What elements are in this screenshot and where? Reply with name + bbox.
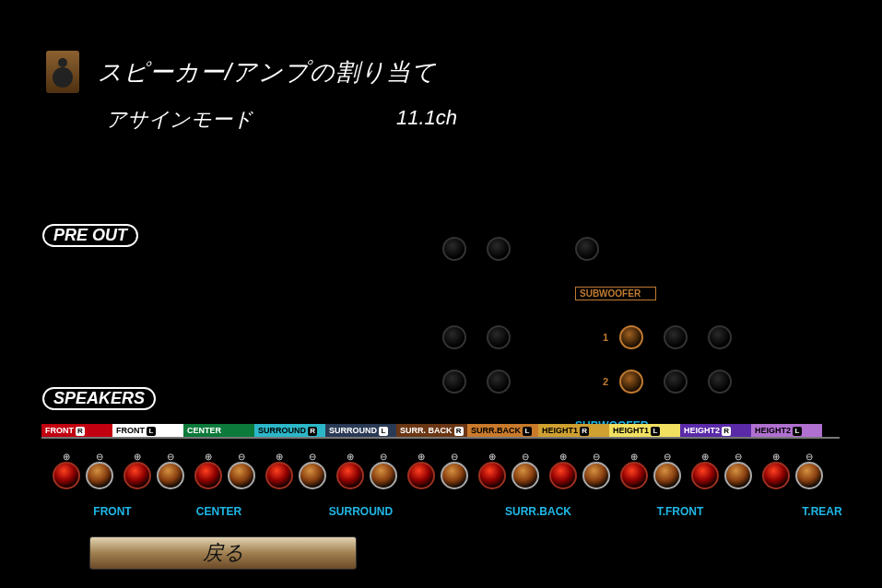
- lr-badge: R: [308, 427, 317, 436]
- binding-post: ⊖: [226, 452, 257, 489]
- binding-post: ⊕: [335, 452, 366, 489]
- rca-jack: [664, 370, 688, 394]
- speaker-tag: SURROUNDR: [254, 424, 325, 438]
- rca-jack: [442, 325, 466, 349]
- rca-jack: [575, 237, 599, 261]
- speaker-group-label: SURR.BACK: [467, 505, 609, 518]
- rca-jack: [442, 370, 466, 394]
- binding-post: ⊖: [155, 452, 186, 489]
- speaker-tag: SURROUNDL: [325, 424, 396, 438]
- speaker-icon: [46, 51, 79, 93]
- rca-jack: [487, 237, 511, 261]
- binding-terminal: [299, 462, 326, 489]
- title-row: スピーカー/アンプの割り当て: [46, 51, 437, 93]
- polarity-icon: ⊕: [630, 452, 638, 462]
- binding-terminal: [441, 462, 468, 489]
- speaker-tag: HEIGHT1L: [609, 424, 680, 438]
- speaker-tag: SURR. BACKR: [396, 424, 467, 438]
- rca-jack: [442, 237, 466, 261]
- page-title: スピーカー/アンプの割り当て: [98, 56, 437, 88]
- speaker-tag: HEIGHT1R: [538, 424, 609, 438]
- binding-post: ⊕: [618, 452, 650, 489]
- polarity-icon: ⊖: [451, 452, 458, 462]
- binding-terminal: [194, 462, 222, 489]
- speaker-tag: FRONTL: [112, 424, 183, 438]
- binding-posts-row: ⊕⊖⊕⊖⊕⊖⊕⊖⊕⊖⊕⊖⊕⊖⊕⊖⊕⊖⊕⊖⊕⊖: [51, 452, 829, 489]
- speaker-tag: CENTER: [183, 424, 254, 438]
- binding-terminal: [795, 462, 823, 489]
- binding-post: ⊕: [547, 452, 579, 489]
- binding-post: ⊕: [193, 452, 224, 489]
- polarity-icon: ⊖: [167, 452, 174, 462]
- rca-jack: [487, 370, 511, 394]
- post-pair: ⊕⊖: [122, 452, 190, 489]
- rca-jack: [664, 325, 688, 349]
- speaker-tags-row: FRONTRFRONTLCENTERSURROUNDRSURROUNDLSURR…: [41, 424, 822, 438]
- post-pair: ⊕⊖: [689, 452, 758, 489]
- polarity-icon: ⊖: [593, 452, 600, 462]
- subwoofer-box: SUBWOOFER: [575, 287, 656, 300]
- polarity-icon: ⊖: [96, 452, 103, 462]
- sw1-num: 1: [575, 332, 612, 343]
- binding-post: ⊖: [368, 452, 399, 489]
- binding-post: ⊖: [723, 452, 754, 489]
- speaker-group-label: SURROUND: [254, 505, 467, 518]
- back-button[interactable]: 戻る: [89, 536, 357, 570]
- lr-badge: R: [580, 427, 589, 436]
- post-pair: ⊕⊖: [760, 452, 829, 489]
- speaker-group-label: CENTER: [183, 505, 254, 518]
- binding-terminal: [407, 462, 435, 489]
- polarity-icon: ⊖: [238, 452, 245, 462]
- polarity-icon: ⊕: [205, 452, 212, 462]
- subwoofer2-jack: [619, 370, 643, 394]
- speaker-group-label: FRONT: [41, 505, 183, 518]
- polarity-icon: ⊕: [276, 452, 283, 462]
- binding-terminal: [265, 462, 293, 489]
- assign-mode-value: 11.1ch: [396, 106, 457, 134]
- lr-badge: R: [722, 427, 731, 436]
- binding-post: ⊖: [439, 452, 470, 489]
- polarity-icon: ⊕: [559, 452, 567, 462]
- preout-label: PRE OUT: [42, 224, 138, 247]
- speaker-tag: HEIGHT2R: [680, 424, 751, 438]
- binding-post: ⊕: [51, 452, 82, 489]
- speakers-label: SPEAKERS: [42, 387, 156, 410]
- polarity-icon: ⊖: [664, 452, 671, 462]
- polarity-icon: ⊖: [806, 452, 813, 462]
- assign-mode-row: アサインモード 11.1ch: [106, 106, 457, 134]
- lr-badge: L: [147, 427, 156, 436]
- post-pair: ⊕⊖: [51, 452, 119, 489]
- post-pair: ⊕⊖: [618, 452, 687, 489]
- binding-post: ⊕: [122, 452, 153, 489]
- speaker-group-label: T.REAR: [751, 505, 882, 518]
- binding-post: ⊖: [794, 452, 825, 489]
- polarity-icon: ⊕: [134, 452, 141, 462]
- polarity-icon: ⊖: [309, 452, 316, 462]
- divider: [41, 437, 840, 439]
- binding-terminal: [53, 462, 80, 489]
- polarity-icon: ⊕: [347, 452, 354, 462]
- binding-post: ⊕: [476, 452, 508, 489]
- binding-terminal: [620, 462, 648, 489]
- speaker-group-label: T.FRONT: [609, 505, 751, 518]
- binding-terminal: [762, 462, 790, 489]
- binding-post: ⊖: [84, 452, 115, 489]
- speaker-tag: HEIGHT2L: [751, 424, 822, 438]
- binding-terminal: [157, 462, 184, 489]
- post-pair: ⊕⊖: [193, 452, 261, 489]
- sw2-num: 2: [575, 376, 612, 387]
- binding-post: ⊕: [760, 452, 792, 489]
- post-pair: ⊕⊖: [335, 452, 403, 489]
- rca-jack: [708, 370, 732, 394]
- polarity-icon: ⊖: [380, 452, 387, 462]
- post-pair: ⊕⊖: [406, 452, 474, 489]
- polarity-icon: ⊕: [701, 452, 709, 462]
- binding-terminal: [582, 462, 610, 489]
- binding-terminal: [336, 462, 364, 489]
- assign-mode-label: アサインモード: [106, 106, 253, 134]
- lr-badge: L: [523, 427, 532, 436]
- polarity-icon: ⊕: [63, 452, 70, 462]
- post-pair: ⊕⊖: [264, 452, 332, 489]
- binding-post: ⊖: [297, 452, 328, 489]
- subwoofer1-jack: [619, 325, 643, 349]
